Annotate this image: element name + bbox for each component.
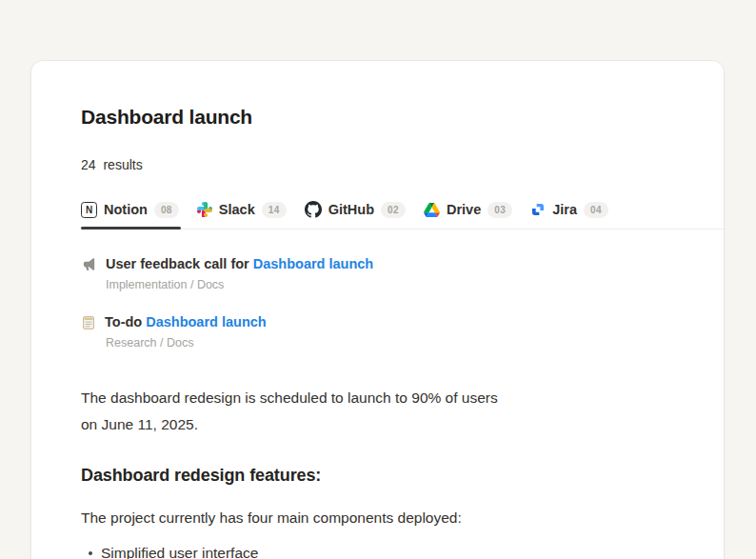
result-link[interactable]: Dashboard launch [146,314,267,329]
tab-label: Slack [219,202,255,217]
result-item: User feedback call forDashboard launch I… [81,255,674,291]
jira-icon [530,202,546,217]
summary-line-2: on June 11, 2025. [81,411,674,438]
tab-label: GitHub [328,202,374,217]
tab-count-badge: 03 [487,202,512,218]
tab-label: Drive [447,202,481,217]
github-icon [305,201,322,218]
summary-line-1: The dashboard redesign is scheduled to l… [81,385,674,411]
tab-jira[interactable]: Jira 04 [530,202,612,229]
results-count: 24 results [81,157,674,172]
result-title-prefix: User feedback call for [106,256,249,271]
bullet-item-text: Simplified user interface [101,542,258,559]
result-item: To-doDashboard launch Research / Docs [81,313,674,349]
summary-paragraph: The dashboard redesign is scheduled to l… [81,385,674,438]
source-tabbar: N Notion 08 Slack 14 [81,201,724,230]
search-results-panel: Dashboard launch 24 results N Notion 08 [31,61,724,559]
result-link[interactable]: Dashboard launch [253,256,374,271]
tab-notion[interactable]: N Notion 08 [81,202,183,229]
components-paragraph: The project currently has four main comp… [81,507,674,529]
notion-icon: N [81,202,97,218]
bullet-dot-icon [89,551,92,555]
clipboard-icon [81,315,96,330]
result-row[interactable]: To-doDashboard launch [81,313,674,331]
result-title: To-doDashboard launch [105,313,267,331]
tab-drive[interactable]: Drive 03 [424,202,516,229]
tab-count-badge: 02 [381,202,406,218]
tab-count-badge: 08 [154,202,179,218]
result-title-prefix: To-do [105,314,142,329]
tab-github[interactable]: GitHub 02 [305,201,409,229]
section-heading: Dashboard redesign features: [81,466,674,486]
results-list: User feedback call forDashboard launch I… [81,255,674,349]
result-breadcrumb: Implementation / Docs [106,278,674,291]
tab-count-badge: 04 [584,202,608,218]
tab-label: Notion [104,202,148,217]
megaphone-icon [81,256,97,272]
tab-label: Jira [552,202,577,217]
page-title: Dashboard launch [81,105,674,130]
bullet-list-item: Simplified user interface [81,542,674,559]
slack-icon [197,202,212,217]
result-title: User feedback call forDashboard launch [106,255,373,273]
result-breadcrumb: Research / Docs [106,336,674,349]
result-row[interactable]: User feedback call forDashboard launch [81,255,674,273]
drive-icon [424,203,440,217]
tab-count-badge: 14 [262,202,287,218]
tab-slack[interactable]: Slack 14 [197,202,290,229]
